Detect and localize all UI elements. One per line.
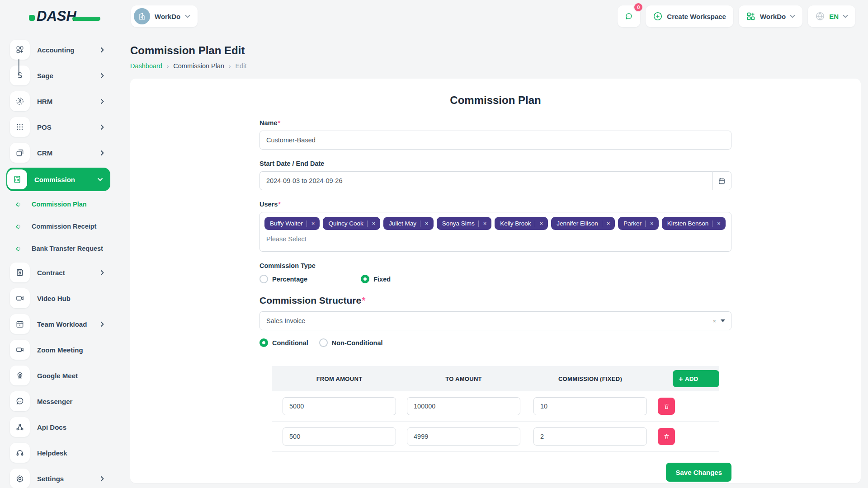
sidebar-item-video-hub[interactable]: Video Hub: [10, 287, 110, 309]
company-menu-button[interactable]: WorkDo: [739, 5, 802, 27]
sidebar-item-helpdesk[interactable]: Helpdesk: [10, 442, 110, 464]
breadcrumb-separator: ›: [229, 63, 231, 70]
sidebar-item-team-workload[interactable]: Team Workload: [10, 313, 110, 335]
topbar-actions: 0 Create Workspace WorkDo EN: [618, 5, 855, 27]
sidebar-item-label: Messenger: [37, 398, 72, 405]
remove-tag-button[interactable]: ×: [424, 220, 429, 227]
radio-percentage[interactable]: Percentage: [259, 275, 307, 283]
chevron-right-icon: [100, 73, 104, 79]
remove-tag-button[interactable]: ×: [539, 220, 544, 227]
sidebar-item-accounting[interactable]: Accounting: [10, 39, 110, 61]
required-asterisk: *: [278, 119, 281, 127]
user-tag: Parker×: [618, 217, 658, 230]
from-amount-input[interactable]: [283, 397, 396, 415]
header-from-amount: From Amount: [283, 375, 396, 382]
sidebar-item-label: Zoom Meeting: [37, 346, 83, 354]
globe-icon: [815, 11, 825, 21]
pos-icon: [10, 117, 30, 137]
brand-logo: DASH: [29, 7, 88, 25]
remove-tag-button[interactable]: ×: [716, 220, 722, 227]
add-row-button[interactable]: +ADD: [673, 370, 719, 387]
to-amount-input[interactable]: [407, 397, 520, 415]
sidebar-item-label: Contract: [37, 269, 65, 277]
sidebar-item-google-meet[interactable]: Google Meet: [10, 365, 110, 386]
structure-select-value[interactable]: [259, 311, 731, 330]
date-range-input[interactable]: [259, 171, 712, 190]
required-asterisk: *: [362, 295, 365, 305]
plus-circle-icon: [653, 11, 663, 21]
calendar-addon-button[interactable]: [712, 171, 731, 190]
chevron-right-icon: [100, 321, 104, 327]
remove-tag-button[interactable]: ×: [649, 220, 655, 227]
sidebar-item-label: Sage: [37, 72, 53, 80]
user-tag: Quincy Cook×: [323, 217, 380, 230]
workspace-selector[interactable]: WorkDo: [131, 5, 198, 27]
users-label: Users*: [259, 201, 731, 208]
commission-input[interactable]: [533, 427, 647, 446]
user-tag: Kirsten Benson×: [662, 217, 726, 230]
message-count-badge: 0: [633, 2, 643, 12]
commission-type-label: Commission Type: [259, 262, 731, 269]
to-amount-input[interactable]: [407, 427, 520, 446]
main-content: Commission Plan Edit Dashboard › Commiss…: [118, 33, 868, 488]
sidebar: Accounting Sage HRM: [0, 33, 118, 488]
sidebar-item-messenger[interactable]: Messenger: [10, 390, 110, 412]
structure-select[interactable]: ×: [259, 311, 731, 330]
user-tag: Kelly Brook×: [495, 217, 548, 230]
calendar-icon: [10, 314, 30, 334]
bullet-icon: [16, 246, 21, 251]
name-label: Name*: [259, 119, 731, 127]
delete-row-button[interactable]: [658, 398, 675, 415]
chevron-right-icon: [100, 270, 104, 276]
language-selector[interactable]: EN: [808, 5, 855, 27]
radio-circle-icon: [361, 275, 369, 283]
radio-conditional[interactable]: Conditional: [259, 338, 308, 347]
clear-selection-button[interactable]: ×: [712, 318, 716, 324]
sidebar-item-zoom-meeting[interactable]: Zoom Meeting: [10, 339, 110, 361]
sidebar-item-contract[interactable]: Contract: [10, 262, 110, 283]
messages-button[interactable]: 0: [618, 5, 640, 27]
calendar-icon: [718, 177, 726, 185]
sidebar-item-label: Accounting: [37, 46, 75, 54]
sidebar-item-hrm[interactable]: HRM: [10, 90, 110, 112]
sidebar-item-crm[interactable]: CRM: [10, 142, 110, 164]
users-multiselect[interactable]: Buffy Walter× Quincy Cook× Juliet May× S…: [259, 212, 731, 252]
remove-tag-button[interactable]: ×: [482, 220, 488, 227]
commission-type-group: Commission Type Percentage Fixed: [259, 262, 731, 283]
breadcrumb-dashboard-link[interactable]: Dashboard: [130, 62, 162, 70]
sidebar-item-label: POS: [37, 123, 52, 131]
sidebar-subitem-bank-transfer-request[interactable]: Bank Transfer Request: [16, 239, 110, 258]
sidebar-item-pos[interactable]: POS: [10, 116, 110, 138]
user-tag: Jennifer Ellison×: [551, 217, 615, 230]
language-code: EN: [829, 13, 839, 20]
gear-icon: [10, 469, 30, 488]
grid-plus-icon: [746, 11, 756, 21]
sidebar-subitem-commission-plan[interactable]: Commission Plan: [16, 195, 110, 213]
from-amount-input[interactable]: [283, 427, 396, 446]
table-row: [272, 422, 719, 452]
user-tag: Juliet May×: [383, 217, 433, 230]
sidebar-item-commission[interactable]: Commission: [6, 168, 110, 191]
radio-non-conditional[interactable]: Non-Conditional: [319, 338, 383, 347]
subitem-label: Commission Plan: [32, 201, 87, 208]
commission-input[interactable]: [533, 397, 647, 415]
sidebar-item-settings[interactable]: Settings: [10, 468, 110, 488]
remove-tag-button[interactable]: ×: [371, 220, 377, 227]
name-input[interactable]: [259, 131, 731, 150]
sidebar-subitem-commission-receipt[interactable]: Commission Receipt: [16, 217, 110, 235]
radio-fixed[interactable]: Fixed: [361, 275, 391, 283]
remove-tag-button[interactable]: ×: [606, 220, 611, 227]
radio-circle-icon: [259, 338, 268, 347]
delete-row-button[interactable]: [658, 428, 675, 445]
condition-type-group: Conditional Non-Conditional: [259, 338, 731, 347]
remove-tag-button[interactable]: ×: [311, 220, 316, 227]
sidebar-item-label: Team Workload: [37, 320, 87, 328]
bullet-icon: [16, 224, 21, 229]
sidebar-item-sage[interactable]: Sage: [10, 65, 110, 86]
user-tag: Buffy Walter×: [264, 217, 320, 230]
dropdown-caret-icon[interactable]: [721, 319, 725, 322]
sidebar-item-api-docs[interactable]: Api Docs: [10, 416, 110, 438]
save-changes-button[interactable]: Save Changes: [666, 463, 731, 482]
sidebar-scrollbar[interactable]: [18, 59, 19, 76]
create-workspace-button[interactable]: Create Workspace: [646, 5, 733, 27]
